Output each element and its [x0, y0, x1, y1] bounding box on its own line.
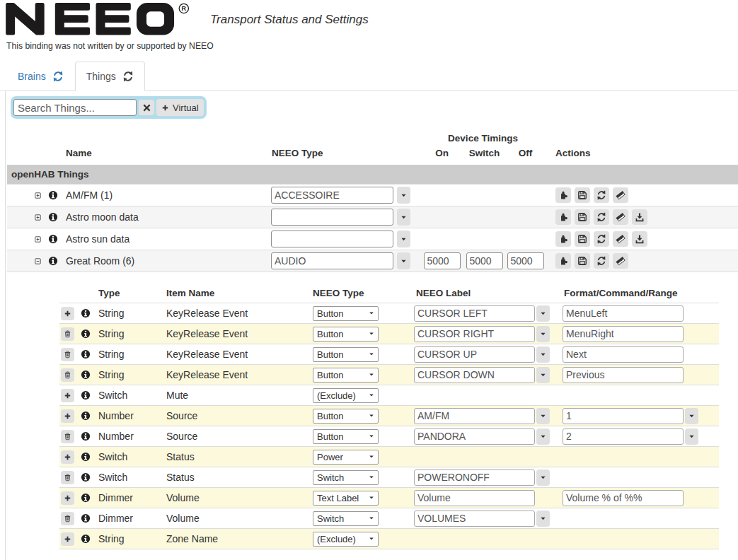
neeo-type-dropdown-button[interactable] — [397, 209, 410, 226]
info-icon[interactable] — [81, 390, 91, 400]
action-export-button[interactable] — [632, 231, 647, 247]
neeo-label-dropdown-button[interactable] — [536, 408, 550, 424]
tab-things[interactable]: Things — [75, 62, 145, 91]
info-icon[interactable] — [81, 411, 91, 421]
neeo-label-dropdown-button[interactable] — [536, 305, 550, 322]
format-input[interactable] — [563, 367, 684, 383]
delete-channel-button[interactable] — [61, 327, 74, 341]
info-icon[interactable] — [81, 308, 91, 318]
neeo-label-input[interactable] — [414, 469, 535, 486]
search-input[interactable] — [13, 99, 137, 116]
clear-search-button[interactable] — [139, 100, 154, 115]
neeo-label-dropdown-button[interactable] — [536, 469, 550, 486]
channel-neeo-type-select[interactable]: Button — [313, 347, 379, 362]
delete-channel-button[interactable] — [61, 348, 74, 361]
info-icon[interactable] — [48, 190, 58, 200]
action-refresh-button[interactable] — [594, 253, 609, 269]
add-channel-button[interactable] — [61, 450, 74, 464]
neeo-label-dropdown-button[interactable] — [536, 428, 550, 445]
format-input[interactable] — [563, 428, 684, 445]
action-refresh-button[interactable] — [594, 187, 609, 203]
delete-channel-button[interactable] — [61, 471, 74, 484]
neeo-type-dropdown-button[interactable] — [397, 231, 410, 247]
info-icon[interactable] — [81, 329, 91, 339]
format-input[interactable] — [563, 490, 684, 506]
format-input[interactable] — [563, 305, 684, 322]
neeo-label-dropdown-button[interactable] — [536, 326, 550, 342]
add-channel-button[interactable] — [61, 491, 74, 505]
neeo-type-input[interactable] — [271, 209, 393, 226]
channel-neeo-type-select[interactable]: Button — [313, 429, 379, 444]
neeo-label-dropdown-button[interactable] — [536, 346, 550, 363]
action-save-button[interactable] — [575, 231, 590, 247]
expand-icon[interactable] — [34, 214, 42, 221]
neeo-type-input[interactable] — [271, 231, 393, 247]
neeo-label-input[interactable] — [414, 367, 535, 383]
delete-channel-button[interactable] — [61, 368, 74, 382]
channel-neeo-type-select[interactable]: Power — [313, 450, 379, 465]
channel-neeo-type-select[interactable]: Text Label — [313, 491, 379, 506]
neeo-type-dropdown-button[interactable] — [397, 252, 410, 269]
info-icon[interactable] — [81, 370, 91, 380]
collapse-icon[interactable] — [34, 257, 42, 265]
info-icon[interactable] — [81, 493, 91, 503]
format-dropdown-button[interactable] — [685, 428, 698, 445]
info-icon[interactable] — [81, 452, 91, 462]
action-erase-button[interactable] — [613, 231, 628, 247]
action-refresh-button[interactable] — [594, 231, 609, 247]
channel-neeo-type-select[interactable]: Button — [313, 327, 379, 342]
action-save-button[interactable] — [575, 253, 590, 269]
action-channels-button[interactable] — [555, 231, 571, 247]
channel-neeo-type-select[interactable]: Button — [313, 306, 379, 321]
expand-icon[interactable] — [34, 235, 42, 243]
add-virtual-button[interactable]: Virtual — [156, 99, 204, 116]
info-icon[interactable] — [48, 212, 58, 222]
delete-channel-button[interactable] — [61, 430, 74, 443]
neeo-label-input[interactable] — [414, 408, 535, 424]
channel-neeo-type-select[interactable]: Button — [313, 409, 379, 424]
add-channel-button[interactable] — [61, 307, 74, 320]
expand-icon[interactable] — [34, 192, 42, 199]
neeo-type-dropdown-button[interactable] — [397, 187, 410, 204]
info-icon[interactable] — [48, 234, 58, 244]
info-icon[interactable] — [81, 513, 91, 523]
action-erase-button[interactable] — [613, 187, 628, 203]
add-channel-button[interactable] — [61, 389, 74, 402]
neeo-label-input[interactable] — [414, 511, 535, 527]
channel-neeo-type-select[interactable]: Button — [313, 368, 379, 383]
info-icon[interactable] — [81, 431, 91, 441]
tab-brains[interactable]: Brains — [6, 62, 75, 91]
delete-channel-button[interactable] — [61, 512, 74, 525]
add-channel-button[interactable] — [61, 409, 74, 423]
neeo-type-input[interactable] — [271, 252, 393, 269]
timing-off-input[interactable] — [507, 252, 544, 269]
neeo-label-input[interactable] — [414, 346, 535, 363]
add-channel-button[interactable] — [61, 532, 74, 546]
channel-neeo-type-select[interactable]: Switch — [313, 511, 379, 526]
format-dropdown-button[interactable] — [685, 408, 698, 424]
format-input[interactable] — [563, 346, 684, 363]
action-erase-button[interactable] — [613, 209, 628, 225]
channel-neeo-type-select[interactable]: Switch — [313, 470, 379, 485]
neeo-label-dropdown-button[interactable] — [536, 511, 550, 527]
neeo-label-input[interactable] — [414, 490, 535, 506]
action-save-button[interactable] — [575, 209, 590, 225]
neeo-label-input[interactable] — [414, 326, 535, 342]
neeo-label-input[interactable] — [414, 428, 535, 445]
channel-neeo-type-select[interactable]: (Exclude) — [313, 388, 379, 403]
info-icon[interactable] — [81, 534, 91, 544]
action-erase-button[interactable] — [613, 253, 628, 269]
action-save-button[interactable] — [575, 187, 590, 203]
action-export-button[interactable] — [632, 209, 647, 225]
neeo-type-input[interactable] — [271, 187, 393, 204]
neeo-label-dropdown-button[interactable] — [536, 367, 550, 383]
format-input[interactable] — [563, 326, 684, 342]
timing-on-input[interactable] — [424, 252, 461, 269]
channel-neeo-type-select[interactable]: (Exclude) — [313, 532, 379, 547]
info-icon[interactable] — [81, 349, 91, 359]
action-channels-button[interactable] — [555, 253, 571, 269]
action-channels-button[interactable] — [555, 187, 571, 203]
action-channels-button[interactable] — [555, 209, 571, 225]
format-input[interactable] — [563, 408, 684, 424]
info-icon[interactable] — [48, 256, 58, 266]
